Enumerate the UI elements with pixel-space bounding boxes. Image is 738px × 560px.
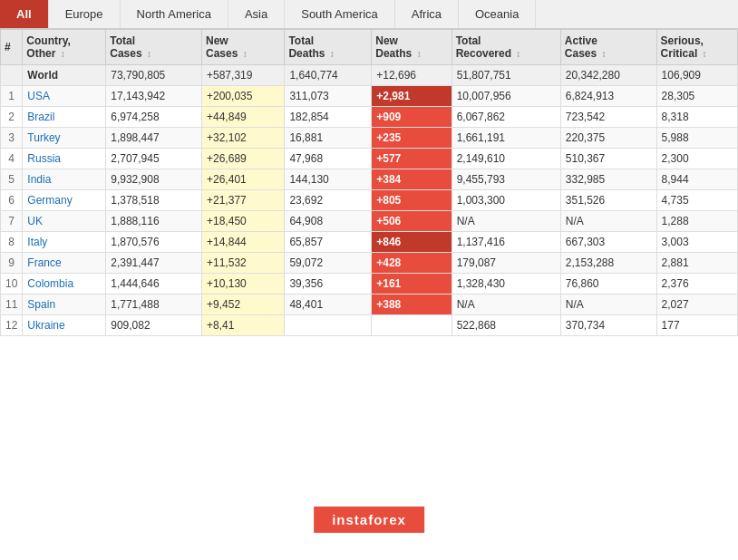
country-link[interactable]: UK: [27, 215, 43, 227]
row-num: 9: [1, 253, 23, 274]
col-active-cases[interactable]: ActiveCases ↕: [560, 30, 656, 65]
col-total-recovered[interactable]: TotalRecovered ↕: [452, 30, 560, 65]
row-total-recovered: N/A: [452, 294, 560, 315]
row-total-recovered: N/A: [452, 211, 560, 232]
row-num: 11: [1, 294, 23, 315]
row-total-recovered: 1,328,430: [452, 274, 560, 294]
row-new-deaths: +846: [372, 232, 452, 253]
row-new-deaths: +909: [372, 107, 452, 128]
table-row: 12 Ukraine 909,082 +8,41 522,868 370,734…: [1, 315, 738, 336]
row-total-recovered: 1,661,191: [452, 128, 560, 149]
row-new-deaths: +235: [372, 128, 452, 149]
world-country: World: [23, 65, 106, 86]
row-country[interactable]: Italy: [23, 232, 106, 253]
row-active-cases: 76,860: [560, 274, 656, 294]
row-num: 4: [1, 149, 23, 169]
row-country[interactable]: India: [23, 169, 106, 190]
row-country[interactable]: Brazil: [23, 107, 106, 128]
row-new-cases: +11,532: [202, 253, 285, 274]
row-total-cases: 9,932,908: [106, 169, 202, 190]
row-num: 6: [1, 190, 23, 211]
tab-bar: All Europe North America Asia South Amer…: [0, 0, 738, 29]
row-new-cases: +10,130: [202, 274, 285, 294]
world-row: World 73,790,805 +587,319 1,640,774 +12,…: [1, 65, 738, 86]
country-link[interactable]: Turkey: [27, 131, 60, 144]
row-new-cases: +21,377: [202, 190, 285, 211]
row-total-cases: 1,898,447: [106, 128, 202, 149]
country-link[interactable]: Spain: [27, 298, 55, 311]
country-link[interactable]: Ukraine: [27, 319, 64, 332]
row-new-deaths: +577: [372, 149, 452, 169]
row-total-recovered: 2,149,610: [452, 149, 560, 169]
col-new-cases[interactable]: NewCases ↕: [202, 30, 285, 65]
row-active-cases: N/A: [560, 211, 656, 232]
row-new-deaths: +805: [372, 190, 452, 211]
row-new-cases: +18,450: [202, 211, 285, 232]
row-new-deaths: +388: [372, 294, 452, 315]
row-num: 12: [1, 315, 23, 336]
row-country[interactable]: USA: [23, 86, 106, 107]
country-link[interactable]: France: [27, 256, 61, 269]
country-link[interactable]: USA: [27, 90, 50, 102]
row-serious: 2,376: [656, 274, 737, 294]
row-serious: 177: [656, 315, 737, 336]
row-serious: 1,288: [656, 211, 737, 232]
col-new-deaths[interactable]: NewDeaths ↕: [372, 30, 452, 65]
row-num: 3: [1, 128, 23, 149]
col-country[interactable]: Country,Other ↕: [23, 30, 106, 65]
row-serious: 8,318: [656, 107, 737, 128]
tab-all[interactable]: All: [0, 0, 49, 28]
row-new-deaths: [372, 315, 452, 336]
row-new-cases: +26,401: [202, 169, 285, 190]
data-table-wrapper: # Country,Other ↕ TotalCases ↕ NewCases …: [0, 29, 738, 336]
row-total-deaths: [285, 315, 372, 336]
country-link[interactable]: Colombia: [27, 277, 73, 290]
tab-north-america[interactable]: North America: [121, 0, 228, 28]
row-total-deaths: 48,401: [285, 294, 372, 315]
country-link[interactable]: India: [27, 173, 51, 186]
col-num: #: [1, 30, 23, 65]
tab-asia[interactable]: Asia: [228, 0, 285, 28]
world-active-cases: 20,342,280: [560, 65, 656, 86]
row-country[interactable]: France: [23, 253, 106, 274]
country-link[interactable]: Italy: [27, 236, 47, 248]
row-country[interactable]: UK: [23, 211, 106, 232]
col-total-deaths[interactable]: TotalDeaths ↕: [285, 30, 372, 65]
row-serious: 2,027: [656, 294, 737, 315]
country-link[interactable]: Brazil: [27, 111, 54, 123]
tab-oceania[interactable]: Oceania: [459, 0, 536, 28]
row-active-cases: 723,542: [560, 107, 656, 128]
row-total-recovered: 179,087: [452, 253, 560, 274]
world-total-deaths: 1,640,774: [285, 65, 372, 86]
row-active-cases: 667,303: [560, 232, 656, 253]
table-row: 3 Turkey 1,898,447 +32,102 16,881 +235 1…: [1, 128, 738, 149]
row-num: 2: [1, 107, 23, 128]
col-serious[interactable]: Serious,Critical ↕: [656, 30, 737, 65]
table-row: 2 Brazil 6,974,258 +44,849 182,854 +909 …: [1, 107, 738, 128]
row-serious: 28,305: [656, 86, 737, 107]
row-active-cases: 6,824,913: [560, 86, 656, 107]
row-total-recovered: 9,455,793: [452, 169, 560, 190]
tab-europe[interactable]: Europe: [49, 0, 121, 28]
world-serious: 106,909: [656, 65, 737, 86]
row-total-cases: 17,143,942: [106, 86, 202, 107]
col-total-cases[interactable]: TotalCases ↕: [106, 30, 202, 65]
row-new-cases: +200,035: [202, 86, 285, 107]
table-row: 9 France 2,391,447 +11,532 59,072 +428 1…: [1, 253, 738, 274]
country-link[interactable]: Germany: [27, 194, 72, 207]
table-row: 1 USA 17,143,942 +200,035 311,073 +2,981…: [1, 86, 738, 107]
row-country[interactable]: Turkey: [23, 128, 106, 149]
tab-africa[interactable]: Africa: [395, 0, 459, 28]
row-country[interactable]: Colombia: [23, 274, 106, 294]
row-serious: 3,003: [656, 232, 737, 253]
row-active-cases: 351,526: [560, 190, 656, 211]
row-active-cases: 510,367: [560, 149, 656, 169]
row-country[interactable]: Spain: [23, 294, 106, 315]
row-country[interactable]: Russia: [23, 149, 106, 169]
table-header-row: # Country,Other ↕ TotalCases ↕ NewCases …: [1, 30, 738, 65]
row-active-cases: 220,375: [560, 128, 656, 149]
row-country[interactable]: Ukraine: [23, 315, 106, 336]
tab-south-america[interactable]: South America: [285, 0, 395, 28]
country-link[interactable]: Russia: [27, 152, 61, 165]
row-country[interactable]: Germany: [23, 190, 106, 211]
